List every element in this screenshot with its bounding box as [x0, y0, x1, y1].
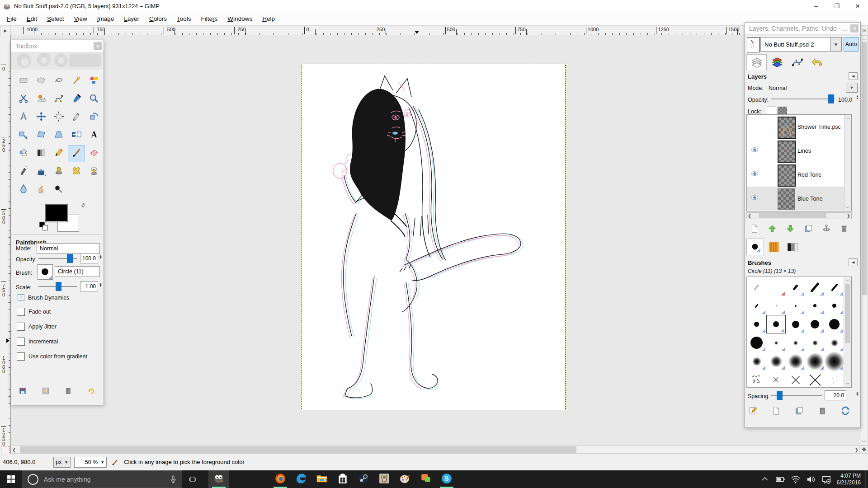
- microphone-icon[interactable]: [170, 475, 176, 483]
- menu-tools[interactable]: Tools: [172, 14, 196, 24]
- move-tool[interactable]: [33, 109, 50, 126]
- menu-file[interactable]: File: [2, 14, 22, 24]
- brush-dynamics-expander[interactable]: + Brush Dynamics: [18, 294, 69, 301]
- layer-thumbnail[interactable]: [778, 141, 796, 163]
- brush-fuzzy-8[interactable]: [825, 333, 844, 352]
- brush-dot-9[interactable]: [825, 296, 844, 315]
- layer-row[interactable]: Blue Tone: [747, 187, 851, 211]
- brush-slash-small[interactable]: [786, 278, 805, 296]
- perspective-tool[interactable]: [50, 127, 67, 144]
- fuzzy-select-tool[interactable]: [68, 73, 85, 90]
- brush-cross-small[interactable]: [766, 371, 786, 389]
- opacity-spinner[interactable]: ▲▼: [99, 254, 103, 259]
- rectangle-select-tool[interactable]: [15, 73, 32, 90]
- scale-slider[interactable]: [38, 282, 77, 291]
- blur-sharpen-tool[interactable]: [15, 181, 32, 198]
- layer-mode-value[interactable]: Normal: [769, 85, 787, 91]
- spacing-slider[interactable]: [771, 390, 822, 400]
- brush-fuzzy-19[interactable]: [805, 352, 825, 371]
- scroll-up-arrow[interactable]: ︿: [861, 36, 868, 42]
- perspective-clone-tool[interactable]: [85, 163, 103, 180]
- refresh-brushes-button[interactable]: [840, 406, 851, 416]
- tab-paths[interactable]: [787, 54, 807, 70]
- scroll-down-arrow[interactable]: ﹀: [845, 205, 850, 211]
- start-button[interactable]: [0, 470, 22, 488]
- zoom-dropdown[interactable]: 50 %▼: [74, 457, 107, 468]
- checkbox-box[interactable]: [17, 338, 25, 346]
- battery-icon[interactable]: [774, 473, 786, 486]
- brush-fuzzy-13[interactable]: [766, 352, 786, 371]
- checkbox-box[interactable]: [17, 308, 25, 316]
- navigation-button[interactable]: ✥: [860, 446, 868, 454]
- layer-opacity-value[interactable]: 100.0: [838, 97, 852, 103]
- taskbar-app-edge[interactable]: [291, 470, 311, 488]
- menu-select[interactable]: Select: [42, 14, 69, 24]
- clone-tool[interactable]: [50, 163, 67, 180]
- menu-windows[interactable]: Windows: [222, 14, 257, 24]
- taskbar-app-gimp[interactable]: [208, 470, 229, 488]
- select-by-color-tool[interactable]: [85, 73, 103, 90]
- taskbar-app-skype[interactable]: S: [436, 470, 457, 488]
- opacity-value[interactable]: 100.0: [80, 253, 98, 263]
- bucket-fill-tool[interactable]: [15, 145, 32, 162]
- action-center-icon[interactable]: [821, 473, 832, 486]
- zoom-tool[interactable]: [85, 91, 103, 108]
- taskbar-app-firefox[interactable]: [270, 470, 291, 488]
- brush-dot-13-selected[interactable]: [766, 315, 786, 333]
- scroll-down-arrow[interactable]: ﹀: [862, 439, 867, 445]
- brush-dot-27[interactable]: [747, 333, 766, 352]
- scale-spinner[interactable]: ▲▼: [99, 282, 103, 287]
- task-view-button[interactable]: [182, 470, 203, 488]
- ruler-origin-button[interactable]: ▶: [0, 26, 11, 35]
- layer-row[interactable]: Red Tone: [747, 163, 851, 187]
- volume-icon[interactable]: [805, 473, 817, 486]
- ink-tool[interactable]: [33, 163, 50, 180]
- chevron-down-icon[interactable]: ▼: [830, 37, 842, 52]
- scissors-select-tool[interactable]: [15, 91, 32, 108]
- tab-brushes[interactable]: [746, 239, 764, 255]
- menu-view[interactable]: View: [69, 14, 92, 24]
- maximize-button[interactable]: ❐: [826, 0, 847, 12]
- brush-dot-11[interactable]: [747, 315, 766, 333]
- brush-fuzzy-16[interactable]: [786, 352, 805, 371]
- scroll-left-arrow[interactable]: ❮: [748, 213, 751, 219]
- brush-dot-7[interactable]: [805, 296, 825, 315]
- cortana-search-box[interactable]: Ask me anything: [22, 470, 182, 488]
- layer-opacity-spinner[interactable]: ▲▼: [855, 95, 859, 99]
- scale-value[interactable]: 1.00: [80, 282, 98, 291]
- layers-dock-titlebar[interactable]: Layers, Channels, Paths, Undo - ... ✕: [745, 23, 860, 35]
- wifi-icon[interactable]: [790, 473, 802, 486]
- collapse-icon[interactable]: ◀: [849, 258, 858, 266]
- eye-icon[interactable]: [750, 193, 760, 204]
- clock[interactable]: 4:07 PM 6/21/2016: [835, 473, 865, 486]
- brush-slash-long[interactable]: [805, 278, 825, 296]
- duplicate-layer-button[interactable]: [800, 222, 816, 235]
- heal-tool[interactable]: [68, 163, 85, 180]
- checkbox-box[interactable]: [17, 323, 25, 331]
- rotate-tool[interactable]: [85, 109, 103, 126]
- brush-cross-med[interactable]: [786, 371, 805, 389]
- menu-colors[interactable]: Colors: [144, 14, 172, 24]
- zoom-follow-window-button[interactable]: ⊡: [861, 26, 868, 35]
- delete-brush-button[interactable]: [817, 406, 828, 416]
- default-colors-icon[interactable]: [39, 222, 47, 230]
- vertical-ruler[interactable]: 025050075010001250: [0, 35, 11, 454]
- edit-brush-button[interactable]: [748, 406, 759, 416]
- text-tool[interactable]: A: [85, 127, 103, 144]
- taskbar-app-paint[interactable]: [395, 470, 415, 488]
- save-options-button[interactable]: [17, 386, 28, 396]
- delete-options-button[interactable]: [63, 386, 74, 396]
- pencil-tool[interactable]: [50, 145, 67, 162]
- minimize-button[interactable]: –: [806, 0, 826, 12]
- free-select-tool[interactable]: [50, 73, 67, 90]
- menu-image[interactable]: Image: [92, 14, 119, 24]
- flip-tool[interactable]: [68, 127, 85, 144]
- scale-tool[interactable]: [15, 127, 32, 144]
- taskbar-app-windows-store[interactable]: [332, 470, 353, 488]
- brush-name-box[interactable]: Circle (11): [55, 266, 100, 277]
- menu-filters[interactable]: Filters: [196, 14, 223, 24]
- reset-options-button[interactable]: [86, 386, 97, 396]
- measure-tool[interactable]: [15, 109, 32, 126]
- layer-list-hscrollbar[interactable]: ❮ ❯: [746, 212, 852, 219]
- quick-mask-toggle[interactable]: [1, 446, 9, 453]
